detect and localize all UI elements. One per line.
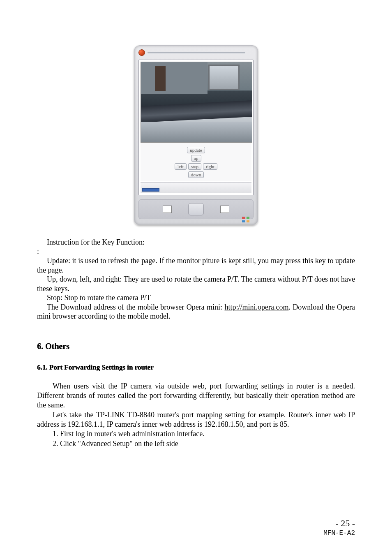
instruction-dirs: Up, down, left, and right: They are used… (37, 275, 355, 293)
down-button[interactable]: down (188, 171, 204, 178)
download-prefix: The Download address of the mobile brows… (47, 303, 224, 311)
instruction-download: The Download address of the mobile brows… (37, 303, 355, 321)
p61-li2: 2. Click "Advanced Setup" on the left si… (53, 439, 355, 449)
section-6-1-body: When users visit the IP camera via outsi… (37, 382, 355, 449)
device-screen: update up left stop right down (138, 60, 254, 195)
scrollbar-area (141, 182, 251, 193)
update-button[interactable]: update (187, 147, 205, 153)
right-button[interactable]: right (203, 163, 217, 170)
page-number: - 25 - (323, 518, 355, 529)
instruction-block: Instruction for the Key Function: : Upda… (37, 238, 355, 321)
left-softkey-icon (163, 206, 172, 213)
colon-line: : (37, 247, 355, 257)
left-button[interactable]: left (175, 163, 187, 170)
instruction-heading: Instruction for the Key Function: (37, 238, 355, 247)
p61-li1: 1. First log in router's web administrat… (53, 429, 355, 439)
camera-snapshot (141, 62, 252, 143)
softkey-bar (138, 199, 254, 219)
section-6-heading: 6. Others (37, 342, 355, 351)
doc-code: MFN-E-A2 (323, 530, 355, 537)
pda-device: update up left stop right down (134, 45, 258, 225)
instruction-stop: Stop: Stop to rotate the camera P/T (37, 293, 355, 303)
page-footer: - 25 - MFN-E-A2 (323, 518, 355, 537)
instruction-update: Update: it is used to refresh the page. … (37, 256, 355, 275)
right-softkey-icon (220, 206, 229, 213)
windows-logo-icon (242, 217, 249, 222)
power-icon (138, 49, 145, 56)
p61-1: When users visit the IP camera via outsi… (37, 382, 355, 410)
up-button[interactable]: up (191, 155, 201, 162)
opera-link[interactable]: http://mini.opera.com (224, 303, 288, 311)
controls-panel: update up left stop right down (141, 143, 251, 181)
p61-2: Let's take the TP-LINK TD-8840 router's … (37, 410, 355, 430)
device-figure: update up left stop right down (37, 45, 355, 225)
section-6-1-heading: 6.1. Port Forwarding Settings in router (37, 363, 355, 372)
device-top-bar (138, 49, 254, 56)
earpiece-icon (148, 52, 245, 53)
dpad-icon (188, 203, 204, 215)
stop-button[interactable]: stop (188, 163, 201, 170)
